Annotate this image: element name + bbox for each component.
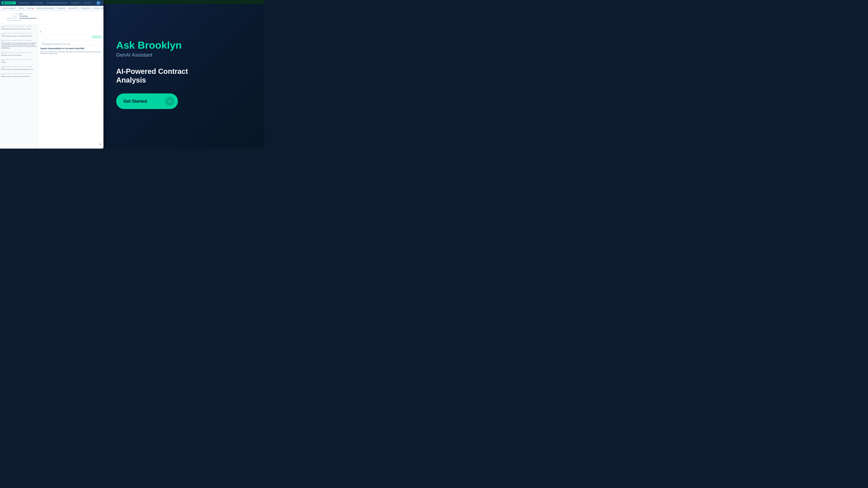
heart-icon: ♥: [71, 2, 72, 4]
tab-soe-activity[interactable]: SOE ACTIVITY: [67, 7, 79, 10]
ref-item: Document: Initech_Email_Services_Agreeme…: [1, 33, 37, 37]
ref-item: Document: Initech_Email_Services_Agreeme…: [1, 59, 37, 63]
ref-doc: Document: Initech_Email_Services_Agreeme…: [1, 66, 37, 68]
ref-item: Document: Initech_Email_Services_Agreeme…: [1, 52, 37, 56]
doc-title-label: Title: [42, 42, 100, 43]
ref-doc: Document: Initech_Email_Services_Agreeme…: [1, 73, 37, 75]
rules-dot: [32, 8, 33, 9]
doc-body: Based on the clauses provided, the key s…: [40, 51, 101, 55]
doc-intro: Based on the clauses provided, the key s…: [40, 51, 101, 55]
refs-column: Document: Initech_Email_Services_Agreeme…: [0, 24, 38, 149]
ref-item: Document: Initech_Email_Services_Agreeme…: [1, 66, 37, 70]
ref-item: Document: Initech_Email_Services_Agreeme…: [1, 26, 37, 30]
ref-text: fective Date as set out in the Schedule.: [1, 55, 37, 56]
doc-title-value: Contract Blocks Summary Feb 22, 2024, 11…: [42, 43, 100, 45]
get-started-label: Get Started: [123, 99, 147, 104]
doc-title-field: Title Contract Blocks Summary Feb 22, 20…: [40, 41, 101, 46]
lifecycle-label: Lifecycle:: [3, 15, 19, 17]
business-units-value: IT: [19, 20, 21, 21]
brooklyn-subtitle: GenAI Assistant: [116, 52, 253, 58]
more-options-button[interactable]: ···: [99, 25, 102, 27]
activities-chevron-icon: ▾: [43, 2, 44, 4]
doc-heading: Supplier Responsibilities for the Initec…: [40, 47, 101, 50]
tab-soe-blocks[interactable]: SOE BLOCKS: [80, 7, 91, 10]
avatar-chevron-icon: ▾: [101, 2, 102, 4]
ref-text: istered in England with company number 0…: [1, 76, 37, 77]
nav-item-monitor[interactable]: ♥ MONITOR ▾: [70, 1, 82, 4]
policy-icon: ≡: [84, 2, 85, 4]
text-input-area[interactable]: [38, 28, 103, 35]
content-toolbar: ···: [38, 24, 103, 28]
create-button[interactable]: ✦ CREATE ▾: [1, 1, 16, 4]
right-panel: Ask Brooklyn GenAI Assistant AI-Powered …: [105, 0, 264, 149]
brooklyn-title: Ask Brooklyn: [116, 39, 253, 51]
chart-icon: ⊞: [47, 2, 48, 4]
ref-text: ctive, treaty, decree or law (including …: [1, 42, 37, 49]
settings-icon[interactable]: ⚙: [101, 7, 103, 10]
notes-button[interactable]: NOTES (5): [92, 36, 102, 38]
ref-text: [principal] office is at [99 Initech Str…: [1, 28, 37, 30]
create-label: CREATE: [5, 2, 12, 4]
nav-item-information[interactable]: ⌂ INFORMATION ▾: [17, 1, 31, 4]
arrow-icon: →: [165, 97, 174, 106]
tier-label: Tier:: [3, 13, 19, 15]
ref-doc: Document: Initech_Email_Services_Agreeme…: [1, 33, 37, 35]
business-units-label: Business Unit(s):: [3, 20, 19, 21]
tab-compliance-landscape[interactable]: COMPLIANCE LANDSCAPE: [35, 7, 56, 10]
bi-chevron-icon: ▾: [67, 2, 68, 4]
tier-value: Tier 2: [19, 13, 23, 15]
ref-doc: Document: Initech_Email_Services_Agreeme…: [1, 26, 37, 28]
activities-icon: ◈: [33, 2, 34, 4]
ref-text: schedule.: [1, 62, 37, 63]
lifecycle-value: On-boarding: [19, 15, 27, 17]
notes-section: NOTES (5): [38, 35, 103, 39]
create-chevron-icon: ▾: [13, 2, 14, 4]
nav-item-activities[interactable]: ◈ ACTIVITIES ▾: [32, 1, 45, 4]
policy-chevron-icon: ▾: [91, 2, 92, 4]
doc-area[interactable]: Title Contract Blocks Summary Feb 22, 20…: [38, 39, 103, 149]
tab-rules[interactable]: RULES: [26, 7, 35, 10]
agreement-types-value: CI Outsourcing Agreement: [19, 18, 36, 19]
agreement-types-label: Agreement Types:: [3, 18, 19, 19]
ref-item: Document: Initech_Email_Services_Agreeme…: [1, 40, 37, 49]
tab-people[interactable]: PEOPLE: [17, 7, 26, 10]
info-chevron-icon: ▾: [30, 2, 30, 4]
tab-bar: ENTITY SUMMARY PEOPLE RULES COMPLIANCE L…: [0, 6, 103, 11]
ref-text: from time to time (1) in which iNITECH H…: [1, 69, 37, 70]
nav-item-policy[interactable]: ≡ POLICY ▾: [83, 1, 93, 4]
tab-financials[interactable]: FINANCIALS: [56, 7, 67, 10]
ai-headline: AI-Powered Contract Analysis: [116, 67, 253, 84]
ref-doc: Document: Initech_Email_Services_Agreeme…: [1, 40, 37, 42]
tab-entity-summary[interactable]: ENTITY SUMMARY: [2, 7, 17, 10]
get-started-button[interactable]: Get Started →: [116, 93, 178, 109]
content-area: Document: Initech_Email_Services_Agreeme…: [0, 24, 103, 149]
avatar[interactable]: [97, 1, 100, 5]
ref-doc: Document: Initech_Email_Services_Agreeme…: [1, 59, 37, 61]
home-icon: ⌂: [18, 2, 19, 4]
ref-doc: Document: Initech_Email_Services_Agreeme…: [1, 52, 37, 54]
monitor-chevron-icon: ▾: [80, 2, 81, 4]
ref-item: Document: Initech_Email_Services_Agreeme…: [1, 73, 37, 77]
eye-icon[interactable]: 👁: [99, 143, 101, 146]
left-panel: ✦ CREATE ▾ ⌂ INFORMATION ▾ ◈ ACTIVITIES …: [0, 0, 103, 149]
main-content: ··· NOTES (5) Title Contract Blocks Summ…: [38, 24, 103, 149]
info-section: Tier: Tier 2 Lifecycle: On-boarding Agre…: [0, 11, 103, 24]
create-icon: ✦: [3, 2, 5, 4]
tab-policies[interactable]: POLICIES: [92, 7, 101, 10]
eye-icon-wrapper: 👁: [99, 143, 101, 146]
ref-text: , and to manage the provision of, cloud-…: [1, 35, 37, 37]
nav-item-business-intelligence[interactable]: ⊞ BUSINESS INTELLIGENCE ▾: [46, 1, 69, 4]
nav-bar: ✦ CREATE ▾ ⌂ INFORMATION ▾ ◈ ACTIVITIES …: [0, 0, 103, 6]
